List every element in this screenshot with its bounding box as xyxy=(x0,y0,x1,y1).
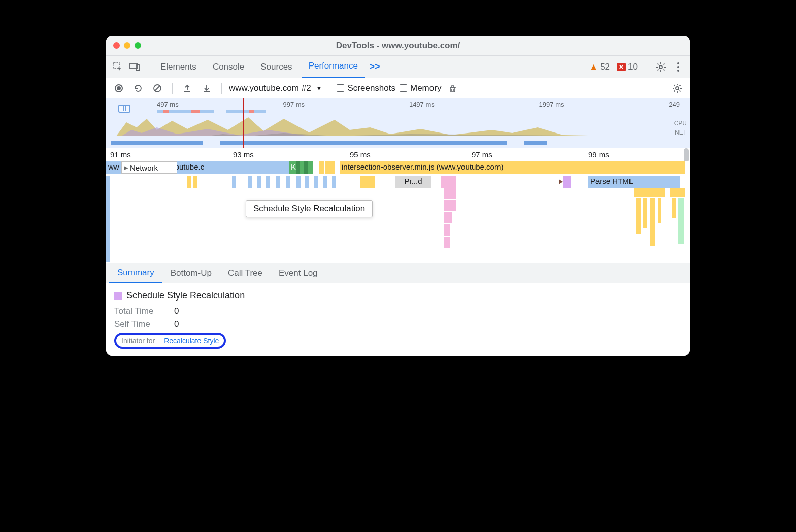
flame-segment[interactable] xyxy=(444,200,456,211)
tick: 997 ms xyxy=(283,101,305,108)
svg-point-3 xyxy=(659,65,662,69)
tick: 1997 ms xyxy=(539,101,565,108)
flame-segment-parse[interactable]: Parse HTML xyxy=(588,176,680,188)
checkbox-icon xyxy=(337,84,344,92)
tick: 497 ms xyxy=(157,101,179,108)
tab-elements[interactable]: Elements xyxy=(153,56,204,78)
flame-segment[interactable] xyxy=(563,176,571,188)
separator xyxy=(221,83,222,94)
flame-segment-script[interactable]: intersection-observer.min.js (www.youtub… xyxy=(340,161,685,174)
flame-segment[interactable] xyxy=(444,188,456,199)
target-dropdown[interactable]: www.youtube.com #2 ▼ xyxy=(229,83,322,93)
flame-segment[interactable] xyxy=(658,198,661,223)
flame-segment[interactable] xyxy=(308,161,313,174)
flame-segment[interactable] xyxy=(319,161,324,174)
ruler-tick: 95 ms xyxy=(350,150,371,159)
flame-segment[interactable] xyxy=(650,198,655,246)
separator xyxy=(148,61,148,73)
initiator-arrow xyxy=(239,182,559,182)
capture-settings-icon[interactable] xyxy=(670,81,685,96)
svg-point-10 xyxy=(676,87,679,90)
flame-segment[interactable] xyxy=(325,161,329,174)
warnings-count: 52 xyxy=(600,62,610,72)
tick: 1497 ms xyxy=(409,101,435,108)
marker-line xyxy=(138,98,138,148)
flame-ruler[interactable]: 91 ms 93 ms 95 ms 97 ms 99 ms xyxy=(106,148,690,161)
overview-ticks: 497 ms 997 ms 1497 ms 1997 ms 249 xyxy=(106,101,690,108)
flame-segment[interactable] xyxy=(444,224,450,236)
flame-segment[interactable] xyxy=(187,176,191,188)
overview-markers xyxy=(111,109,685,114)
flame-segment[interactable] xyxy=(193,176,197,188)
tab-event-log[interactable]: Event Log xyxy=(271,263,326,283)
warnings-counter[interactable]: ▲ 52 xyxy=(589,62,610,72)
expand-icon: ▶ xyxy=(124,164,128,171)
inspect-icon[interactable] xyxy=(110,59,125,75)
summary-title-row: Schedule Style Recalculation xyxy=(114,290,682,301)
flame-segment[interactable] xyxy=(304,161,308,174)
errors-counter[interactable]: ✕ 10 xyxy=(617,62,638,72)
flame-segment[interactable] xyxy=(300,161,304,174)
network-label: Network xyxy=(130,163,158,172)
flame-segment[interactable] xyxy=(672,198,676,218)
network-band xyxy=(111,141,685,145)
net-label: NET xyxy=(674,128,687,137)
garbage-collect-icon[interactable] xyxy=(445,81,460,96)
reload-button[interactable] xyxy=(130,81,146,96)
total-time-row: Total Time 0 xyxy=(114,306,682,316)
tab-summary[interactable]: Summary xyxy=(109,263,162,283)
flame-segment[interactable] xyxy=(329,161,335,174)
flame-segment[interactable]: K xyxy=(289,161,296,174)
tab-console[interactable]: Console xyxy=(206,56,251,78)
marker-line xyxy=(153,98,153,148)
flame-segment[interactable] xyxy=(106,176,110,262)
settings-icon[interactable] xyxy=(653,59,669,75)
marker-line xyxy=(243,98,244,148)
clear-button[interactable] xyxy=(150,81,165,96)
svg-point-6 xyxy=(677,70,679,72)
screenshots-checkbox[interactable]: Screenshots xyxy=(337,83,395,93)
device-toggle-icon[interactable] xyxy=(127,59,143,75)
tab-sources[interactable]: Sources xyxy=(253,56,299,78)
upload-icon[interactable] xyxy=(180,81,195,96)
flame-segment[interactable] xyxy=(634,188,665,197)
flame-segment[interactable] xyxy=(232,176,236,188)
main-tabbar: Elements Console Sources Performance >> … xyxy=(106,56,690,78)
memory-label: Memory xyxy=(410,83,441,93)
summary-panel: Schedule Style Recalculation Total Time … xyxy=(106,283,690,356)
flame-segment[interactable] xyxy=(670,188,685,197)
initiator-label: Initiator for xyxy=(121,337,155,345)
tab-call-tree[interactable]: Call Tree xyxy=(220,263,271,283)
timeline-overview[interactable]: 497 ms 997 ms 1497 ms 1997 ms 249 CPU NE… xyxy=(106,98,690,148)
svg-point-4 xyxy=(677,62,679,64)
chevron-down-icon: ▼ xyxy=(316,85,322,92)
flame-segment[interactable] xyxy=(643,198,647,228)
download-icon[interactable] xyxy=(199,81,214,96)
svg-point-5 xyxy=(677,66,679,68)
scrollbar-thumb[interactable] xyxy=(684,148,689,162)
svg-rect-2 xyxy=(136,65,140,71)
network-group-toggle[interactable]: ▶ Network xyxy=(121,161,177,174)
flame-segment[interactable] xyxy=(678,198,684,244)
error-icon: ✕ xyxy=(617,63,626,71)
flame-segment[interactable] xyxy=(444,212,452,223)
window-title: DevTools - www.youtube.com/ xyxy=(106,41,690,51)
flame-chart[interactable]: ww com/ (www.youtube.c ▶ Network K inter… xyxy=(106,161,690,263)
tab-bottom-up[interactable]: Bottom-Up xyxy=(162,263,220,283)
flame-segment[interactable] xyxy=(296,161,300,174)
flame-segment[interactable] xyxy=(636,198,641,234)
tab-performance[interactable]: Performance xyxy=(302,56,365,78)
errors-count: 10 xyxy=(628,62,638,72)
flame-segment[interactable] xyxy=(444,237,450,248)
tick: 249 xyxy=(669,101,680,108)
self-time-value: 0 xyxy=(174,319,179,329)
record-button[interactable] xyxy=(111,81,126,96)
warning-icon: ▲ xyxy=(589,62,598,72)
tabs-overflow-icon[interactable]: >> xyxy=(367,59,382,75)
initiator-link[interactable]: Recalculate Style xyxy=(164,337,219,345)
devtools-window: DevTools - www.youtube.com/ Elements Con… xyxy=(106,36,690,356)
more-icon[interactable] xyxy=(671,59,686,75)
memory-checkbox[interactable]: Memory xyxy=(400,83,441,93)
cpu-chart xyxy=(106,115,614,136)
performance-toolbar: www.youtube.com #2 ▼ Screenshots Memory xyxy=(106,78,690,98)
